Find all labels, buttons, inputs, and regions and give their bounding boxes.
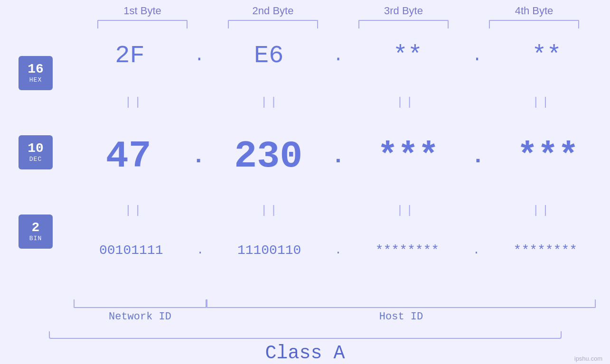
bottom-brackets (74, 299, 596, 308)
byte-headers: 1st Byte 2nd Byte 3rd Byte 4th Byte (77, 5, 600, 17)
byte1-header: 1st Byte (90, 5, 195, 17)
dot-3: . (472, 46, 482, 65)
dot-2: . (333, 46, 344, 65)
bin-byte1: 00101111 (66, 243, 196, 258)
dec-row: 47 . 230 . *** . *** (66, 135, 610, 178)
id-labels: Network ID Host ID (74, 311, 596, 323)
dot-9: . (473, 244, 479, 257)
dec-byte4: *** (486, 137, 610, 176)
bin-badge: 2 BIN (19, 215, 53, 249)
dot-6: . (471, 143, 485, 169)
dot-8: . (335, 244, 341, 257)
top-bracket-2 (228, 20, 318, 28)
eq2-b4: || (490, 204, 594, 217)
top-bracket-3 (358, 20, 449, 28)
dec-byte2: 230 (206, 135, 330, 178)
equals-row-2: || || || || (66, 204, 610, 217)
dec-byte3: *** (346, 137, 470, 176)
dot-4: . (192, 143, 206, 169)
bin-row: 00101111 . 11100110 . ******** . *******… (66, 243, 610, 258)
watermark: ipshu.com (574, 355, 602, 362)
bin-byte4: ******** (481, 243, 610, 258)
outer-bracket (49, 331, 562, 339)
bottom-bracket-host (206, 299, 596, 308)
hex-byte4: ** (483, 42, 610, 70)
host-id-label: Host ID (206, 311, 596, 323)
eq2-b2: || (218, 204, 322, 217)
main-container: 1st Byte 2nd Byte 3rd Byte 4th Byte 16 H… (0, 0, 610, 364)
top-bracket-1 (97, 20, 188, 28)
eq2-b1: || (82, 204, 187, 217)
byte4-header: 4th Byte (482, 5, 586, 17)
values-area: 2F . E6 . ** . ** || || || || 47 . 230 . (66, 28, 610, 299)
eq1-b1: || (82, 96, 187, 109)
equals-row-1: || || || || (66, 96, 610, 109)
main-grid: 16 HEX 10 DEC 2 BIN 2F . E6 . ** . ** (0, 28, 610, 299)
top-bracket-4 (489, 20, 579, 28)
bottom-area: Network ID Host ID Class A ipshu.com (0, 299, 610, 364)
bin-byte3: ******** (343, 243, 472, 258)
eq2-b3: || (354, 204, 459, 217)
byte2-header: 2nd Byte (221, 5, 325, 17)
hex-badge: 16 HEX (19, 56, 53, 90)
hex-byte3: ** (344, 42, 471, 70)
eq1-b2: || (218, 96, 322, 109)
dot-5: . (331, 143, 345, 169)
hex-row: 2F . E6 . ** . ** (66, 42, 610, 70)
dec-badge: 10 DEC (19, 135, 53, 169)
top-brackets (77, 20, 600, 28)
dot-1: . (194, 46, 205, 65)
labels-column: 16 HEX 10 DEC 2 BIN (0, 28, 66, 299)
byte3-header: 3rd Byte (351, 5, 456, 17)
bin-byte2: 11100110 (205, 243, 334, 258)
network-id-label: Network ID (74, 311, 206, 323)
hex-byte1: 2F (66, 42, 193, 70)
eq1-b4: || (490, 96, 594, 109)
dot-7: . (197, 244, 203, 257)
bottom-bracket-network (74, 299, 206, 308)
dec-byte1: 47 (66, 135, 191, 178)
eq1-b3: || (354, 96, 459, 109)
class-label: Class A (0, 343, 610, 364)
hex-byte2: E6 (206, 42, 332, 70)
